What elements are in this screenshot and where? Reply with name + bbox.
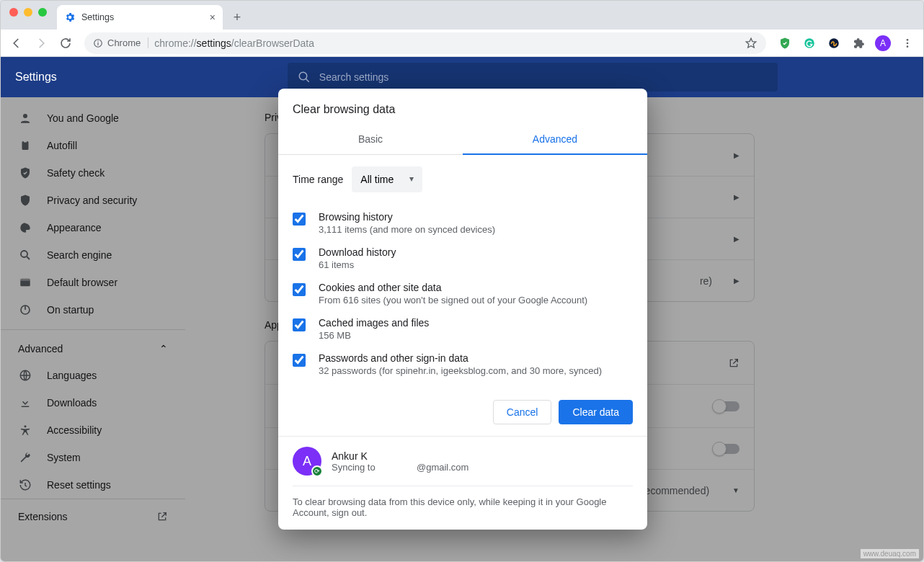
- check-row-cookies[interactable]: Cookies and other site dataFrom 616 site…: [293, 276, 633, 311]
- address-bar[interactable]: Chrome chrome://settings/clearBrowserDat…: [84, 32, 766, 54]
- time-range-label: Time range: [293, 174, 343, 185]
- search-input[interactable]: [319, 71, 768, 83]
- extensions-puzzle-button[interactable]: [848, 33, 869, 53]
- checkbox[interactable]: [293, 354, 306, 367]
- check-row-autofill[interactable]: Autofill form data: [293, 382, 633, 385]
- checkbox[interactable]: [293, 318, 306, 331]
- search-icon: [298, 71, 311, 84]
- checkbox[interactable]: [293, 283, 306, 296]
- check-desc: 61 items: [319, 259, 396, 270]
- site-info-button[interactable]: Chrome: [93, 37, 148, 48]
- profile-avatar-button[interactable]: A: [873, 33, 893, 53]
- check-title: Download history: [319, 246, 396, 258]
- info-icon: [93, 38, 103, 48]
- bookmark-star-button[interactable]: [745, 37, 758, 50]
- settings-search-box[interactable]: [288, 63, 778, 92]
- window-controls: [9, 8, 47, 17]
- cancel-button[interactable]: Cancel: [493, 400, 552, 424]
- extension-icon-grammarly[interactable]: [799, 33, 819, 53]
- svg-point-8: [907, 42, 909, 44]
- svg-point-7: [907, 39, 909, 41]
- watermark: www.deuaq.com: [861, 549, 919, 558]
- check-desc: 32 passwords (for spinehr.in, igeeksblog…: [319, 365, 602, 376]
- browser-toolbar: Chrome chrome://settings/clearBrowserDat…: [1, 30, 923, 57]
- svg-text:A: A: [880, 38, 886, 48]
- check-title: Cached images and files: [319, 317, 429, 329]
- account-row: A ⟳ Ankur K Syncing to @gmail.com: [278, 436, 647, 486]
- clear-browsing-data-dialog: Clear browsing data Basic Advanced Time …: [278, 89, 647, 530]
- check-desc: 3,111 items (and more on synced devices): [319, 224, 495, 235]
- window-minimize-button[interactable]: [24, 8, 32, 17]
- sync-badge-icon: ⟳: [311, 465, 323, 477]
- avatar-initial: A: [303, 454, 311, 469]
- tab-title: Settings: [81, 12, 114, 22]
- dialog-title: Clear browsing data: [278, 89, 647, 125]
- sign-out-link[interactable]: sign out: [332, 507, 365, 518]
- check-row-browsing-history[interactable]: Browsing history3,111 items (and more on…: [293, 205, 633, 241]
- account-sync-status: Syncing to @gmail.com: [332, 462, 468, 473]
- extension-icon-similarweb[interactable]: [824, 33, 844, 53]
- new-tab-button[interactable]: +: [227, 7, 247, 27]
- check-title: Browsing history: [319, 211, 495, 223]
- forward-button[interactable]: [31, 33, 51, 53]
- dialog-tabs: Basic Advanced: [278, 125, 647, 155]
- check-title: Passwords and other sign-in data: [319, 352, 602, 364]
- check-row-cache[interactable]: Cached images and files156 MB: [293, 311, 633, 347]
- back-button[interactable]: [6, 33, 27, 53]
- secure-label: Chrome: [107, 37, 141, 48]
- tab-basic[interactable]: Basic: [278, 125, 463, 154]
- account-name: Ankur K: [332, 450, 468, 462]
- dialog-actions: Cancel Clear data: [278, 388, 647, 436]
- svg-rect-2: [97, 40, 98, 41]
- checkbox[interactable]: [293, 248, 306, 261]
- svg-point-10: [299, 72, 307, 80]
- window-maximize-button[interactable]: [38, 8, 47, 17]
- tab-strip: Settings × +: [1, 1, 923, 30]
- window-close-button[interactable]: [9, 8, 18, 17]
- browser-tab[interactable]: Settings ×: [57, 5, 223, 30]
- tab-close-button[interactable]: ×: [210, 12, 216, 23]
- time-range-select[interactable]: All time: [352, 166, 422, 192]
- chrome-menu-button[interactable]: [897, 33, 918, 53]
- tab-advanced[interactable]: Advanced: [463, 125, 647, 155]
- page-title: Settings: [15, 71, 57, 84]
- reload-button[interactable]: [55, 33, 76, 53]
- check-row-passwords[interactable]: Passwords and other sign-in data32 passw…: [293, 347, 633, 382]
- signout-note: To clear browsing data from this device …: [293, 496, 606, 518]
- avatar: A ⟳: [293, 447, 321, 476]
- svg-rect-1: [97, 42, 98, 45]
- dialog-body: Time range All time Browsing history3,11…: [278, 155, 647, 388]
- extension-icon-shield[interactable]: [775, 33, 795, 53]
- check-row-download-history[interactable]: Download history61 items: [293, 241, 633, 276]
- url-text: chrome://settings/clearBrowserData: [154, 37, 314, 49]
- checkbox[interactable]: [293, 213, 306, 226]
- clear-data-button[interactable]: Clear data: [559, 400, 633, 424]
- check-title: Cookies and other site data: [319, 282, 587, 293]
- check-desc: From 616 sites (you won't be signed out …: [319, 295, 587, 305]
- gear-icon: [64, 12, 76, 23]
- check-desc: 156 MB: [319, 330, 429, 341]
- divider: [293, 486, 633, 486]
- svg-point-9: [907, 45, 909, 48]
